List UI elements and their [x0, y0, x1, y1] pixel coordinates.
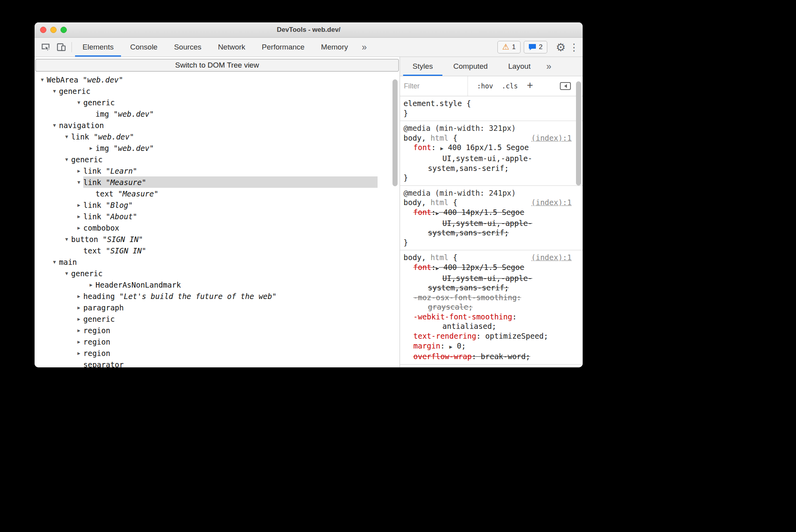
- css-selector-line[interactable]: body, html {(index):1: [400, 253, 583, 262]
- chevron-down-icon[interactable]: ▼: [62, 157, 71, 162]
- tree-row[interactable]: ▶generic: [35, 313, 400, 325]
- tree-row[interactable]: text "Measure": [35, 188, 400, 199]
- css-declaration[interactable]: -moz-osx-font-smoothing:: [400, 293, 583, 303]
- messages-badge[interactable]: 2: [524, 41, 547, 53]
- css-value-wrap[interactable]: grayscale;: [400, 302, 583, 312]
- chevron-right-icon[interactable]: ▶: [74, 339, 83, 345]
- tree-row[interactable]: ▶paragraph: [35, 302, 400, 313]
- tree-node-role: HeaderAsNonLandmark: [95, 281, 181, 289]
- stylesheet-link[interactable]: (index):1: [531, 253, 572, 262]
- chevron-right-icon[interactable]: ▶: [74, 168, 83, 174]
- kebab-menu-icon[interactable]: ⋮: [569, 39, 580, 55]
- css-value-wrap[interactable]: system,sans-serif;: [400, 228, 583, 238]
- filter-input[interactable]: [403, 82, 464, 91]
- tree-row[interactable]: ▶link "About": [35, 211, 400, 222]
- chevron-right-icon[interactable]: ▶: [86, 282, 95, 288]
- chevron-down-icon[interactable]: ▼: [74, 180, 83, 185]
- chevron-down-icon[interactable]: ▼: [38, 77, 47, 83]
- tree-row[interactable]: ▼generic: [35, 97, 400, 108]
- tab-memory[interactable]: Memory: [313, 38, 356, 57]
- titlebar[interactable]: DevTools - web.dev/: [35, 22, 583, 38]
- css-value-wrap[interactable]: UI,system-ui,-apple-: [400, 273, 583, 283]
- chevron-right-icon[interactable]: ▶: [74, 294, 83, 299]
- tree-row[interactable]: separator: [35, 359, 400, 367]
- tree-row[interactable]: ▶region: [35, 347, 400, 359]
- stylesheet-link[interactable]: (index):1: [531, 198, 572, 207]
- chevron-down-icon[interactable]: ▼: [62, 134, 71, 139]
- tree-row[interactable]: ▼generic: [35, 154, 400, 165]
- css-value-wrap[interactable]: antialiased;: [400, 321, 583, 331]
- css-value-wrap[interactable]: system,sans-serif;: [400, 163, 583, 173]
- tree-row[interactable]: ▼link "web.dev": [35, 131, 400, 142]
- tab-elements[interactable]: Elements: [74, 38, 122, 57]
- class-toggle-button[interactable]: .cls: [497, 80, 522, 92]
- chevron-right-icon[interactable]: ▶: [74, 202, 83, 208]
- inspect-icon[interactable]: [38, 39, 53, 55]
- sidebar-tab-styles[interactable]: Styles: [402, 57, 443, 76]
- chevron-down-icon[interactable]: ▼: [62, 237, 71, 242]
- tree-row[interactable]: ▼WebArea "web.dev": [35, 74, 400, 85]
- styles-scrollbar[interactable]: [576, 81, 581, 185]
- tree-row[interactable]: ▶img "web.dev": [35, 142, 400, 154]
- chevron-down-icon[interactable]: ▼: [74, 100, 83, 105]
- tree-row[interactable]: ▼main: [35, 256, 400, 268]
- css-declaration[interactable]: font:▶ 400 12px/1.5 Segoe: [400, 262, 583, 273]
- tree-row[interactable]: ▼navigation: [35, 119, 400, 131]
- css-declaration[interactable]: margin: ▶ 0;: [400, 341, 583, 352]
- tree-row[interactable]: ▶link "Learn": [35, 165, 400, 176]
- css-declaration[interactable]: overflow-wrap: break-word;: [400, 352, 583, 361]
- tab-performance[interactable]: Performance: [253, 38, 313, 57]
- new-style-rule-button[interactable]: +: [522, 79, 538, 93]
- chevron-right-icon[interactable]: ▶: [74, 328, 83, 333]
- chevron-down-icon[interactable]: ▼: [50, 259, 59, 265]
- tree-row[interactable]: ▶HeaderAsNonLandmark: [35, 279, 400, 290]
- chevron-right-icon[interactable]: ▶: [74, 350, 83, 356]
- chevron-right-icon[interactable]: ▶: [74, 316, 83, 322]
- more-panels-icon[interactable]: »: [541, 57, 557, 76]
- switch-dom-tree-button[interactable]: Switch to DOM Tree view: [35, 59, 399, 72]
- pseudo-state-button[interactable]: :hov: [473, 80, 497, 92]
- tree-row[interactable]: ▶combobox: [35, 222, 400, 233]
- tree-row[interactable]: ▼generic: [35, 85, 400, 97]
- css-selector-line[interactable]: element.style {: [400, 99, 583, 108]
- tree-row[interactable]: img "web.dev": [35, 108, 400, 119]
- css-declaration[interactable]: font:▶ 400 14px/1.5 Segoe: [400, 207, 583, 218]
- chevron-right-icon[interactable]: ▶: [74, 305, 83, 310]
- sidebar-toggle-icon[interactable]: [557, 80, 574, 92]
- warnings-badge[interactable]: ⚠ 1: [497, 41, 520, 53]
- sidebar-tab-computed[interactable]: Computed: [443, 57, 498, 76]
- chevron-down-icon[interactable]: ▼: [62, 271, 71, 276]
- css-declaration[interactable]: font: ▶ 400 16px/1.5 Segoe: [400, 143, 583, 154]
- media-query[interactable]: @media (min-width: 241px): [400, 188, 583, 198]
- media-query[interactable]: @media (min-width: 321px): [400, 123, 583, 133]
- tree-row[interactable]: ▶heading "Let's build the future of the …: [35, 290, 400, 302]
- chevron-right-icon[interactable]: ▶: [86, 145, 95, 151]
- chevron-right-icon[interactable]: ▶: [74, 214, 83, 219]
- tree-row[interactable]: ▶region: [35, 336, 400, 347]
- left-scrollbar[interactable]: [392, 79, 398, 186]
- tab-network[interactable]: Network: [210, 38, 254, 57]
- tree-row[interactable]: text "SIGN IN": [35, 245, 400, 256]
- sidebar-tab-layout[interactable]: Layout: [498, 57, 541, 76]
- chevron-right-icon[interactable]: ▶: [74, 225, 83, 231]
- tree-row[interactable]: ▶link "Blog": [35, 199, 400, 211]
- css-selector-line[interactable]: body, html {(index):1: [400, 198, 583, 207]
- chevron-down-icon[interactable]: ▼: [50, 88, 59, 94]
- css-declaration[interactable]: text-rendering: optimizeSpeed;: [400, 331, 583, 341]
- settings-gear-icon[interactable]: ⚙: [553, 39, 569, 55]
- css-value-wrap[interactable]: UI,system-ui,-apple-: [400, 218, 583, 228]
- css-value-wrap[interactable]: system,sans-serif;: [400, 283, 583, 293]
- tab-sources[interactable]: Sources: [166, 38, 210, 57]
- css-declaration[interactable]: -webkit-font-smoothing:: [400, 312, 583, 322]
- tree-row[interactable]: ▼link "Measure": [35, 176, 400, 188]
- tree-row[interactable]: ▼generic: [35, 268, 400, 279]
- tree-row[interactable]: ▼button "SIGN IN": [35, 233, 400, 245]
- css-value-wrap[interactable]: UI,system-ui,-apple-: [400, 154, 583, 163]
- chevron-down-icon[interactable]: ▼: [50, 123, 59, 128]
- tree-row[interactable]: ▶region: [35, 325, 400, 336]
- more-tabs-icon[interactable]: »: [356, 38, 372, 57]
- css-selector-line[interactable]: body, html {(index):1: [400, 133, 583, 143]
- device-toolbar-icon[interactable]: [53, 39, 69, 55]
- tab-console[interactable]: Console: [122, 38, 166, 57]
- stylesheet-link[interactable]: (index):1: [531, 133, 572, 143]
